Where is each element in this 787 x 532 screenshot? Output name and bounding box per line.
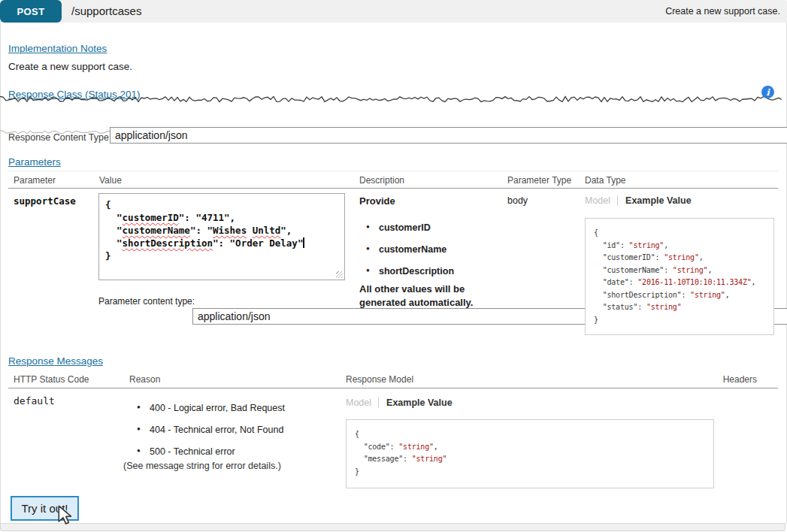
description-bullet-list: customerID customerName shortDescription: [365, 222, 454, 288]
reason-list: 400 - Logical error, Bad Request 404 - T…: [135, 403, 285, 468]
response-class-heading: Response Class (Status 201): [8, 89, 141, 100]
operation-header-bar[interactable]: POST /supportcases Create a new support …: [0, 0, 787, 23]
col-reason: Reason: [129, 374, 160, 385]
col-value: Value: [99, 175, 122, 186]
info-icon[interactable]: i: [761, 86, 774, 98]
col-data-type: Data Type: [585, 175, 625, 186]
col-parameter-type: Parameter Type: [507, 175, 571, 186]
response-content-type-value: application/json: [115, 129, 188, 141]
data-type-tabs: Model Example Value: [585, 195, 692, 206]
response-content-type-label: Response Content Type: [8, 132, 109, 143]
tab-example-value[interactable]: Example Value: [617, 195, 692, 206]
divider: [8, 388, 778, 388]
col-description: Description: [359, 175, 404, 186]
api-operation-panel: POST /supportcases Create a new support …: [0, 0, 787, 532]
parameter-content-type-label: Parameter content type:: [98, 296, 195, 307]
response-model-example-box: { "code": "string", "message": "string" …: [346, 419, 714, 488]
col-http-status-code: HTTP Status Code: [14, 374, 89, 385]
response-example-json: { "code": "string", "message": "string" …: [355, 428, 705, 478]
list-item: customerID: [365, 222, 454, 233]
http-method-badge[interactable]: POST: [0, 0, 62, 23]
data-type-example-box: { "id": "string", "customerID": "string"…: [585, 218, 774, 335]
parameter-content-type-value: application/json: [198, 310, 271, 322]
endpoint-path[interactable]: /supportcases: [71, 0, 141, 23]
mouse-cursor-icon: [57, 505, 72, 526]
col-response-model: Response Model: [346, 374, 413, 385]
description-intro: Provide: [359, 195, 395, 207]
response-content-type-select[interactable]: application/json: [110, 127, 787, 144]
panel-left-border: [0, 23, 1, 523]
tab-model[interactable]: Model: [585, 195, 610, 206]
list-item: shortDescription: [365, 266, 454, 277]
panel-bottom-strip: [0, 523, 785, 531]
list-item: customerName: [365, 244, 454, 255]
list-item: 500 - Technical error: [135, 446, 285, 457]
divider: [8, 188, 778, 189]
resize-handle-icon[interactable]: [336, 271, 343, 278]
response-messages-heading[interactable]: Response Messages: [8, 355, 103, 367]
implementation-notes-heading[interactable]: Implementation Notes: [8, 43, 107, 54]
parameter-name: supportCase: [14, 195, 76, 207]
description-outro: All other values will be generated autom…: [359, 283, 491, 310]
implementation-notes-text: Create a new support case.: [8, 61, 132, 72]
reason-note: (See message string for error details.): [123, 461, 281, 471]
body-parameter-value: { "customerID": "4711", "customerName": …: [105, 198, 338, 262]
col-parameter: Parameter: [14, 175, 56, 186]
example-value-json: { "id": "string", "customerID": "string"…: [594, 227, 765, 326]
tab-model[interactable]: Model: [346, 397, 371, 408]
parameter-type: body: [507, 195, 528, 206]
tab-example-value[interactable]: Example Value: [378, 397, 453, 408]
list-item: 404 - Technical error, Not Found: [135, 425, 285, 435]
col-headers: Headers: [723, 374, 757, 385]
body-parameter-input[interactable]: { "customerID": "4711", "customerName": …: [98, 193, 345, 280]
response-model-tabs: Model Example Value: [346, 397, 453, 408]
parameters-heading[interactable]: Parameters: [8, 156, 61, 168]
divider: [8, 171, 778, 171]
operation-summary: Create a new support case.: [665, 0, 780, 23]
response-status-code: default: [14, 395, 55, 407]
list-item: 400 - Logical error, Bad Request: [135, 403, 285, 413]
